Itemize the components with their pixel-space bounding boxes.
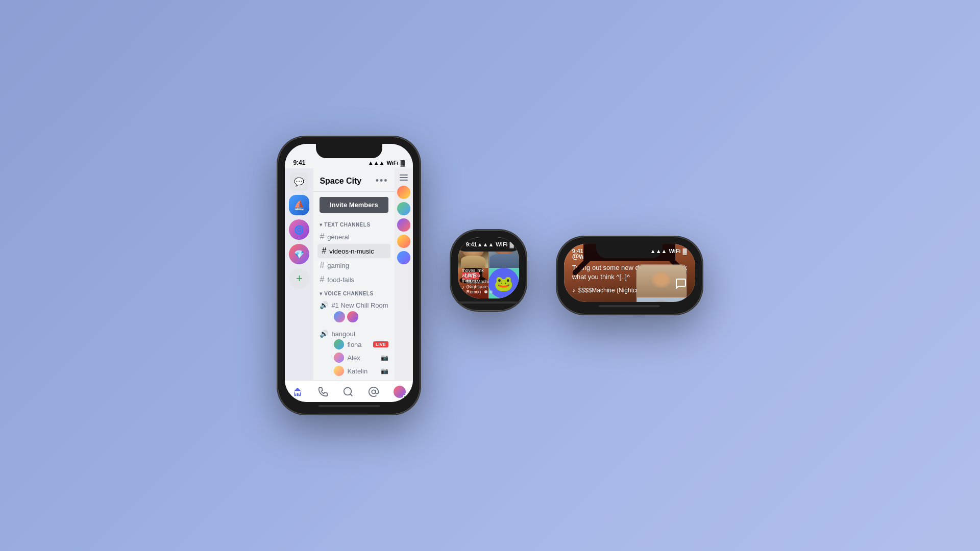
live-badge-fiona: LIVE xyxy=(373,341,388,347)
battery-icon: ▓ xyxy=(401,160,405,166)
phone-1: 9:41 ▲▲▲ WiFi ▓ 💬 ⛵ xyxy=(278,137,420,414)
sidebar-chat-icon[interactable]: 💬 xyxy=(290,172,308,191)
h-line-1 xyxy=(400,174,408,176)
right-member-av-1 xyxy=(397,186,410,199)
wifi-icon: WiFi xyxy=(387,160,399,166)
phone-1-status-icons: ▲▲▲ WiFi ▓ xyxy=(368,160,405,166)
more-options-button[interactable]: ••• xyxy=(376,176,388,186)
phone-3-signal: ▲▲▲ xyxy=(650,248,667,254)
voice-chill-label: #1 New Chill Room xyxy=(331,302,388,309)
music-track: $$$$Machine (Nightcore Remix) xyxy=(467,279,488,294)
phone-1-notch xyxy=(316,144,382,158)
phone-icon xyxy=(317,386,329,397)
voice-channels-header: ▾ VOICE CHANNELS xyxy=(313,287,394,298)
server-name: Space City xyxy=(320,177,361,186)
phone-2-content: 9:41 ▲▲▲ WiFi ▓ xyxy=(458,237,519,298)
nav-search[interactable] xyxy=(342,386,354,397)
at-icon xyxy=(368,386,379,397)
speaker-icon-hangout: 🔊 xyxy=(320,330,328,338)
server-icon-gem[interactable]: 💎 xyxy=(289,244,309,264)
voice-avatar-2 xyxy=(347,311,358,322)
right-members-column xyxy=(395,168,413,380)
nav-calls[interactable] xyxy=(317,386,329,397)
phone-1-layout: 💬 ⛵ 🌀 💎 + xyxy=(285,168,412,380)
home-icon xyxy=(292,386,303,397)
pip-bottom xyxy=(637,297,686,302)
nav-home[interactable] xyxy=(292,386,303,397)
dot-2 xyxy=(489,290,493,293)
boat-emoji: ⛵ xyxy=(293,199,305,211)
video-cell-bottom-right: 🐸 xyxy=(488,268,519,298)
channel-general-label: general xyxy=(327,233,349,241)
right-member-av-3 xyxy=(397,218,410,232)
voice-channel-chill-room[interactable]: 🔊 #1 New Chill Room xyxy=(313,298,394,327)
voice-hangout-label: hangout xyxy=(331,330,355,338)
phone-1-bottom-bar xyxy=(318,405,380,407)
svg-point-0 xyxy=(344,388,352,395)
phones-container: 9:41 ▲▲▲ WiFi ▓ 💬 ⛵ xyxy=(278,137,702,414)
phone-3-bottom-bar xyxy=(599,305,660,307)
voice-avatar-1 xyxy=(334,311,345,322)
channel-food-label: food-fails xyxy=(327,276,354,284)
channel-videos-label: videos-n-music xyxy=(329,247,374,255)
nav-profile[interactable] xyxy=(394,386,406,398)
voice-user-katelin[interactable]: Katelin 📷 xyxy=(334,364,388,378)
bottom-nav xyxy=(285,380,412,402)
speaker-icon-chill: 🔊 xyxy=(320,301,328,309)
phone-2-status-bar: 9:41 ▲▲▲ WiFi ▓ xyxy=(458,237,519,249)
channel-gaming[interactable]: # gaming xyxy=(313,258,394,272)
search-icon xyxy=(342,386,354,397)
channel-food-fails[interactable]: # food-fails xyxy=(313,272,394,287)
phone-1-time: 9:41 xyxy=(293,159,305,166)
right-member-av-2 xyxy=(397,202,410,215)
fullscreen-video: 9:41 ▲▲▲ WiFi ▓ xyxy=(564,244,695,302)
text-channels-header: ▾ TEXT CHANNELS xyxy=(313,218,394,230)
phone-3-wifi: WiFi xyxy=(669,248,680,254)
voice-user-alex[interactable]: Alex 📷 xyxy=(334,351,388,364)
camera-icon-alex: 📷 xyxy=(381,354,388,361)
signal-icon: ▲▲▲ xyxy=(368,160,385,166)
server-icon-boat[interactable]: ⛵ xyxy=(289,195,309,215)
server-header: Space City ••• xyxy=(313,168,394,192)
channel-general[interactable]: # general xyxy=(313,230,394,244)
voice-user-alex-name: Alex xyxy=(347,354,360,362)
phone-3: 9:41 ▲▲▲ WiFi ▓ xyxy=(557,237,702,314)
music-note-icon: ♪ xyxy=(462,284,464,290)
discord-bot-avatar: 🐸 xyxy=(488,268,519,298)
phone-3-battery: ▓ xyxy=(683,248,687,254)
hamburger-menu[interactable] xyxy=(398,172,410,183)
add-server-button[interactable]: + xyxy=(289,268,309,289)
voice-user-fiona[interactable]: fiona LIVE xyxy=(334,338,388,351)
phone-3-status-icons: ▲▲▲ WiFi ▓ xyxy=(650,248,687,254)
phone-1-screen: 9:41 ▲▲▲ WiFi ▓ 💬 ⛵ xyxy=(285,144,412,402)
comment-icon[interactable] xyxy=(675,278,687,292)
phone-3-time: 9:41 xyxy=(572,248,583,254)
camera-icon-katelin: 📷 xyxy=(381,367,388,374)
phone-2: 9:41 ▲▲▲ WiFi ▓ xyxy=(451,230,526,311)
video-cell-bottom-left: LIVE @wuuuuuuump Trying out some new dan… xyxy=(458,268,488,298)
svg-point-1 xyxy=(372,390,375,393)
chat-icon: 💬 xyxy=(294,177,304,187)
h-line-2 xyxy=(400,177,408,178)
phone-3-status-bar: 9:41 ▲▲▲ WiFi ▓ xyxy=(564,244,695,256)
online-indicator xyxy=(403,395,407,399)
voice-channel-hangout[interactable]: 🔊 hangout fiona xyxy=(313,327,394,380)
h-line-3 xyxy=(400,180,408,181)
server-sidebar: 💬 ⛵ 🌀 💎 + xyxy=(285,168,313,380)
channel-videos-n-music[interactable]: # videos-n-music xyxy=(317,244,390,258)
hash-icon-general: # xyxy=(320,232,324,241)
voice-users-list: fiona LIVE Alex xyxy=(320,338,388,378)
phone-2-screen: 9:41 ▲▲▲ WiFi ▓ xyxy=(458,237,519,298)
phone-2-bottom-bar xyxy=(458,302,519,304)
right-member-av-4 xyxy=(397,235,410,248)
hash-icon-gaming: # xyxy=(320,261,324,270)
invite-members-button[interactable]: Invite Members xyxy=(320,197,388,213)
server-icon-colorful[interactable]: 🌀 xyxy=(289,219,309,240)
nav-mentions[interactable] xyxy=(368,386,379,397)
right-member-av-5 xyxy=(397,251,410,264)
colorful-icon: 🌀 xyxy=(294,225,304,235)
hash-icon-videos: # xyxy=(322,246,326,256)
phone-2-signal: ▲▲▲ xyxy=(477,241,494,247)
channel-sidebar: Space City ••• Invite Members ▾ TEXT CHA… xyxy=(313,168,394,380)
plus-icon: + xyxy=(296,272,303,285)
